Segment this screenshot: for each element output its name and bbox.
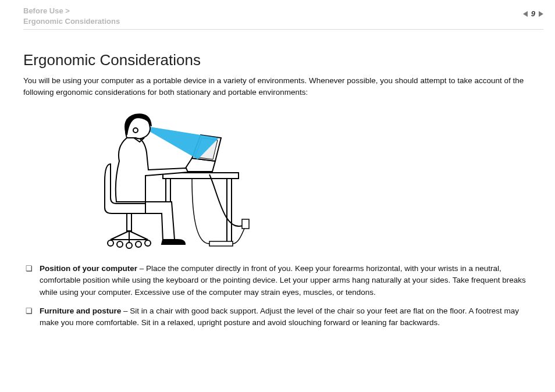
svg-rect-4 [209,241,233,246]
intro-paragraph: You will be using your computer as a por… [23,75,538,98]
document-page: Before Use > Ergonomic Considerations 9 … [0,0,555,392]
svg-rect-1 [227,179,232,243]
page-content: Ergonomic Considerations You will be usi… [23,51,538,336]
page-title: Ergonomic Considerations [23,51,538,69]
bullet-list: Position of your computer – Place the co… [23,263,538,329]
breadcrumb: Before Use > Ergonomic Considerations [23,6,120,27]
svg-rect-9 [127,213,131,231]
svg-point-15 [117,241,123,247]
svg-line-11 [111,231,129,240]
bullet-lead: Furniture and posture [40,307,121,315]
breadcrumb-line1: Before Use > [23,6,120,16]
page-number: 9 [531,9,535,18]
next-page-icon[interactable] [539,11,543,17]
page-header: Before Use > Ergonomic Considerations 9 [23,6,543,30]
list-item: Position of your computer – Place the co… [23,263,538,298]
svg-line-12 [129,231,148,240]
bullet-lead: Position of your computer [40,264,137,273]
breadcrumb-line2: Ergonomic Considerations [23,16,120,27]
prev-page-icon[interactable] [523,11,528,17]
svg-point-19 [133,128,138,133]
svg-rect-3 [242,219,249,229]
ergonomics-illustration [76,106,250,257]
svg-point-18 [145,240,151,246]
list-item: Furniture and posture – Sit in a chair w… [23,305,538,329]
svg-point-14 [108,240,113,246]
svg-point-17 [136,241,141,247]
pager: 9 [523,9,543,18]
svg-point-16 [126,243,132,248]
